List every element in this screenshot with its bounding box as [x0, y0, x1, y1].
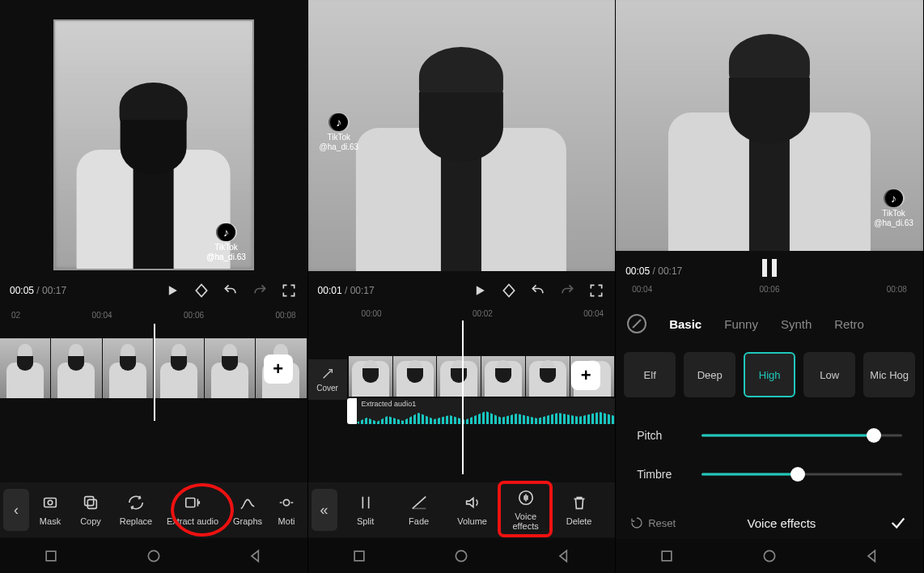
fullscreen-icon[interactable]: [280, 282, 298, 299]
audio-clip-handle[interactable]: [347, 398, 357, 424]
tool-delete[interactable]: Delete: [553, 486, 606, 534]
tool-replace[interactable]: Replace: [112, 490, 160, 529]
nav-home-icon[interactable]: [146, 548, 162, 564]
preset-high[interactable]: High: [744, 352, 795, 397]
play-icon[interactable]: [471, 282, 489, 299]
playhead[interactable]: [462, 320, 464, 474]
pause-icon[interactable]: [762, 259, 777, 277]
svg-rect-0: [45, 499, 57, 507]
no-effect-icon[interactable]: [627, 314, 646, 333]
audio-toolbar: « Split Fade Volume Voiceeffects Delete: [308, 482, 616, 537]
footer-title: Voice effects: [676, 516, 888, 530]
video-preview[interactable]: ♪ TikTok @ha_di.63: [616, 0, 923, 256]
timeline-ruler: 00:00 00:02 00:04: [308, 306, 616, 320]
panel-voice-effects-settings: ♪ TikTok @ha_di.63 00:05 / 00:17 00:04 0…: [616, 0, 924, 573]
timbre-slider-block: Timbre: [616, 466, 923, 482]
tool-copy[interactable]: Copy: [70, 490, 112, 529]
timbre-slider[interactable]: [701, 466, 902, 482]
preset-row: Elf Deep High Low Mic Hog E: [616, 348, 923, 401]
pitch-slider-block: Pitch: [616, 427, 923, 444]
tool-graphs[interactable]: Graphs: [225, 490, 270, 529]
nav-recent-icon[interactable]: [43, 548, 59, 564]
tiktok-watermark: ♪ TikTok @ha_di.63: [206, 223, 246, 262]
tiktok-watermark: ♪ TikTok @ha_di.63: [874, 189, 913, 228]
video-frame: ♪ TikTok @ha_di.63: [53, 19, 254, 270]
video-frame: ♪ TikTok @ha_di.63: [616, 0, 923, 251]
preset-low[interactable]: Low: [803, 352, 855, 397]
add-clip-button[interactable]: +: [571, 361, 600, 390]
panel-voice-effects-tool: ♪ TikTok @ha_di.63 00:01 / 00:17 00:00 0…: [308, 0, 617, 573]
system-navbar: [616, 539, 923, 573]
preset-deep[interactable]: Deep: [684, 352, 735, 397]
undo-icon[interactable]: [222, 282, 239, 299]
video-preview[interactable]: ♪ TikTok @ha_di.63: [0, 0, 307, 275]
tab-synth[interactable]: Synth: [781, 317, 812, 331]
redo-icon[interactable]: [251, 282, 269, 299]
svg-rect-6: [46, 551, 56, 561]
tool-volume[interactable]: Volume: [446, 486, 499, 534]
svg-point-7: [148, 550, 159, 561]
svg-rect-11: [663, 551, 672, 561]
add-clip-button[interactable]: +: [264, 354, 293, 384]
keyframe-icon[interactable]: [500, 282, 518, 299]
tool-fade[interactable]: Fade: [392, 486, 446, 534]
nav-recent-icon[interactable]: [659, 548, 675, 564]
nav-back-icon[interactable]: [248, 548, 264, 564]
svg-point-10: [456, 550, 467, 561]
panel-extract-audio: ♪ TikTok @ha_di.63 00:05 / 00:17 02 00:0…: [0, 0, 308, 573]
playback-bar: 00:01 / 00:17: [308, 275, 616, 306]
effects-footer: Reset Voice effects: [616, 505, 923, 541]
effect-category-tabs: Basic Funny Synth Retro: [616, 304, 923, 343]
time-display: 00:05 / 00:17: [10, 285, 66, 296]
audio-clip-label: Extracted audio1: [362, 400, 417, 408]
toolbar-back-button[interactable]: ‹: [3, 489, 29, 531]
preset-elf[interactable]: Elf: [624, 352, 676, 397]
svg-rect-2: [87, 499, 96, 508]
time-display: 00:01 / 00:17: [318, 285, 375, 296]
confirm-button[interactable]: [888, 512, 909, 533]
playhead[interactable]: [154, 324, 155, 421]
preset-mic-hog[interactable]: Mic Hog: [863, 352, 915, 397]
svg-point-5: [283, 499, 289, 505]
tool-voice-effects[interactable]: Voiceeffects: [499, 486, 553, 534]
tool-motion[interactable]: Moti: [270, 490, 303, 529]
tiktok-watermark: ♪ TikTok @ha_di.63: [320, 113, 359, 152]
edit-toolbar: ‹ Mask Copy Replace Extract audio Graphs: [0, 482, 307, 537]
redo-icon[interactable]: [558, 282, 576, 299]
keyframe-icon[interactable]: [193, 282, 210, 299]
timeline-ruler: 02 00:04 00:06 00:08: [0, 308, 307, 322]
set-cover-button[interactable]: Cover: [308, 359, 347, 400]
system-navbar: [308, 539, 616, 573]
nav-recent-icon[interactable]: [351, 548, 367, 564]
tab-funny[interactable]: Funny: [724, 317, 758, 331]
time-display: 00:05 / 00:17: [625, 265, 682, 277]
svg-point-1: [48, 500, 53, 505]
tool-mask[interactable]: Mask: [31, 490, 70, 529]
toolbar-back-button[interactable]: «: [312, 489, 337, 531]
tool-split[interactable]: Split: [339, 486, 392, 534]
nav-back-icon[interactable]: [556, 548, 572, 564]
play-icon[interactable]: [163, 282, 181, 299]
audio-waveform: [357, 408, 616, 424]
audio-clip[interactable]: Extracted audio1: [357, 398, 616, 424]
tool-extract-audio[interactable]: Extract audio: [160, 490, 225, 529]
tab-retro[interactable]: Retro: [834, 317, 864, 331]
nav-home-icon[interactable]: [453, 548, 469, 564]
fullscreen-icon[interactable]: [587, 282, 605, 299]
timeline-ruler: 00:04 00:06 00:08: [616, 285, 923, 299]
reset-button[interactable]: Reset: [630, 516, 676, 529]
tab-basic[interactable]: Basic: [669, 317, 701, 331]
system-navbar: [0, 539, 307, 573]
svg-point-12: [764, 550, 774, 561]
pitch-slider[interactable]: [701, 427, 902, 444]
video-preview[interactable]: ♪ TikTok @ha_di.63: [308, 0, 616, 275]
svg-rect-3: [85, 497, 94, 506]
playback-bar: 00:05 / 00:17: [0, 275, 307, 306]
undo-icon[interactable]: [529, 282, 547, 299]
nav-back-icon[interactable]: [864, 548, 880, 564]
video-frame: ♪ TikTok @ha_di.63: [308, 0, 616, 271]
timbre-label: Timbre: [637, 468, 685, 481]
pitch-label: Pitch: [637, 429, 685, 442]
svg-rect-9: [354, 551, 364, 561]
nav-home-icon[interactable]: [761, 548, 778, 564]
